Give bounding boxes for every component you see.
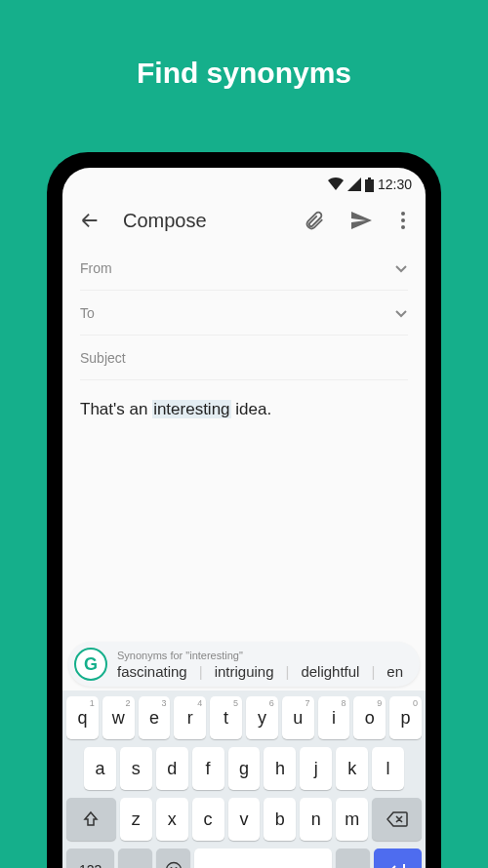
key-f[interactable]: f — [192, 747, 224, 790]
key-u[interactable]: u7 — [282, 696, 314, 739]
key-z[interactable]: z — [120, 798, 152, 841]
key-c[interactable]: c — [192, 798, 224, 841]
phone-frame: 12:30 Compose From To — [47, 152, 441, 868]
suggestion-item[interactable]: intriguing — [203, 663, 286, 680]
enter-icon — [387, 862, 407, 868]
body-text-before: That's an — [80, 400, 152, 418]
suggestion-title: Synonyms for "interesting" — [117, 650, 410, 661]
key-m[interactable]: m — [336, 798, 368, 841]
shift-key[interactable] — [66, 798, 116, 841]
compose-fields: From To Subject — [62, 244, 426, 380]
promo-headline: Find synonyms — [0, 0, 488, 90]
app-bar-title: Compose — [123, 210, 281, 232]
key-e[interactable]: e3 — [139, 696, 171, 739]
key-s[interactable]: s — [120, 747, 152, 790]
emoji-key[interactable] — [156, 848, 190, 868]
chevron-down-icon — [394, 306, 408, 320]
subject-field[interactable]: Subject — [80, 335, 408, 380]
key-j[interactable]: j — [300, 747, 332, 790]
key-b[interactable]: b — [264, 798, 296, 841]
key-i[interactable]: i8 — [318, 696, 350, 739]
key-q[interactable]: q1 — [66, 696, 99, 739]
period-key[interactable]: . — [336, 848, 370, 868]
body-text-after: idea. — [231, 400, 272, 418]
more-vert-icon — [401, 212, 405, 229]
paperclip-icon — [304, 210, 325, 231]
to-label: To — [80, 305, 95, 321]
attach-button[interactable] — [301, 207, 328, 234]
key-k[interactable]: k — [336, 747, 368, 790]
key-n[interactable]: n — [300, 798, 332, 841]
svg-point-3 — [401, 218, 405, 222]
send-button[interactable] — [347, 207, 375, 234]
key-a[interactable]: a — [84, 747, 116, 790]
back-arrow-icon — [79, 210, 101, 231]
battery-icon — [365, 178, 374, 192]
key-w[interactable]: w2 — [102, 696, 135, 739]
key-x[interactable]: x — [156, 798, 188, 841]
grammarly-icon[interactable]: G — [74, 648, 107, 681]
key-o[interactable]: o9 — [353, 696, 386, 739]
to-field[interactable]: To — [80, 291, 408, 335]
back-button[interactable] — [76, 207, 103, 234]
key-r[interactable]: r4 — [174, 696, 206, 739]
svg-point-2 — [401, 212, 405, 216]
status-time: 12:30 — [378, 177, 412, 192]
backspace-key[interactable] — [372, 798, 422, 841]
key-y[interactable]: y6 — [246, 696, 278, 739]
suggestion-item[interactable]: delightful — [289, 663, 371, 680]
numbers-key[interactable]: 123 — [66, 848, 114, 868]
signal-icon — [347, 178, 361, 191]
suggestion-item[interactable]: en — [375, 663, 410, 680]
key-t[interactable]: t5 — [210, 696, 242, 739]
svg-point-4 — [401, 225, 405, 229]
app-bar: Compose — [62, 197, 426, 244]
svg-point-5 — [166, 863, 181, 869]
svg-rect-0 — [365, 179, 374, 192]
keyboard: q1w2e3r4t5y6u7i8o9p0 asdfghjkl zxcvbnm 1… — [62, 690, 426, 868]
key-g[interactable]: g — [228, 747, 261, 790]
comma-key[interactable]: , — [118, 848, 152, 868]
wifi-icon — [328, 178, 344, 191]
selected-word[interactable]: interesting — [152, 400, 230, 418]
more-button[interactable] — [394, 207, 412, 234]
compose-body[interactable]: That's an interesting idea. — [62, 380, 426, 439]
space-key[interactable] — [194, 848, 331, 868]
key-p[interactable]: p0 — [389, 696, 422, 739]
send-icon — [349, 209, 373, 232]
key-d[interactable]: d — [156, 747, 188, 790]
key-h[interactable]: h — [264, 747, 296, 790]
key-v[interactable]: v — [228, 798, 261, 841]
status-bar: 12:30 — [62, 168, 426, 197]
key-l[interactable]: l — [372, 747, 404, 790]
svg-rect-1 — [368, 178, 371, 179]
phone-screen: 12:30 Compose From To — [62, 168, 426, 868]
subject-label: Subject — [80, 350, 126, 366]
suggestion-list: fascinating | intriguing | delightful | … — [117, 663, 410, 680]
backspace-icon — [386, 811, 408, 827]
emoji-icon — [165, 861, 183, 868]
shift-icon — [82, 810, 100, 828]
chevron-down-icon — [394, 261, 408, 275]
from-label: From — [80, 260, 112, 276]
enter-key[interactable] — [374, 848, 422, 868]
synonym-suggestion-bar: G Synonyms for "interesting" fascinating… — [68, 642, 420, 687]
suggestion-item[interactable]: fascinating — [117, 663, 199, 680]
from-field[interactable]: From — [80, 246, 408, 291]
